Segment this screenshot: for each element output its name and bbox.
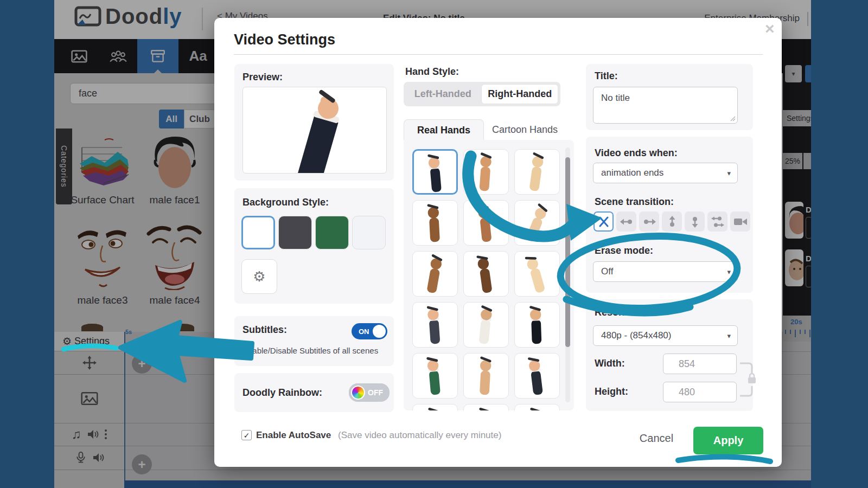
scene-transition-label: Scene transition: [595,196,674,208]
video-settings-modal: Video Settings × Preview: Background S [214,18,782,467]
background-style-panel: Background Style: ⚙ [234,188,394,304]
toggle-knob [373,325,386,338]
custom-background-button[interactable]: ⚙ [241,259,277,294]
autosave-checkbox[interactable]: ✓ [241,430,252,440]
resolution-label: Resolution: [595,307,648,318]
rainbow-panel: Doodly Rainbow: OFF [234,373,394,412]
hand-option-5[interactable] [463,200,509,246]
hand-option-14[interactable] [463,353,509,399]
height-input[interactable]: 480 [663,382,737,402]
hand-option-18[interactable] [514,404,560,410]
apply-button[interactable]: Apply [693,427,763,454]
check-icon: ✓ [244,431,250,440]
tab-real-hands[interactable]: Real Hands [404,119,484,140]
background-swatch-greenboard[interactable] [315,216,349,249]
height-label: Height: [595,386,628,397]
hand-option-9[interactable] [514,251,560,297]
playback-panel: Video ends when: animation ends▾ Scene t… [586,137,753,293]
transition-slide-right-button[interactable] [639,211,659,232]
hand-option-11[interactable] [463,302,509,348]
preview-label: Preview: [242,72,283,83]
slide-right-icon [642,216,656,228]
preview-panel: Preview: [234,64,394,181]
gear-icon: ⚙ [253,268,265,285]
window-left-border [0,0,54,488]
transition-slide-left-button[interactable] [616,211,636,232]
caret-down-icon: ▾ [727,332,731,340]
hand-grid [412,149,560,410]
video-ends-label: Video ends when: [595,147,678,159]
hand-option-3[interactable] [514,149,560,195]
erase-mode-label: Erase mode: [595,245,653,256]
video-ends-select[interactable]: animation ends▾ [593,163,738,183]
resize-handle-icon[interactable] [730,116,736,121]
hand-grid-panel [404,140,574,410]
resolution-panel: Resolution: 480p - (854x480)▾ Width: 854… [586,299,753,411]
window-right-border [811,0,868,488]
width-label: Width: [595,358,625,369]
title-label: Title: [595,70,618,82]
modal-title: Video Settings [234,31,335,48]
rainbow-label: Doodly Rainbow: [242,387,322,399]
cancel-button[interactable]: Cancel [629,432,684,445]
subtitles-toggle[interactable]: ON [352,323,387,339]
autosave-caption: (Save video automatically every minute) [338,430,501,441]
slide-down-icon [688,216,702,228]
handedness-switch: Left-Handed Right-Handed [404,82,560,106]
hand-option-17[interactable] [463,404,509,410]
title-divider [234,54,763,55]
hand-preview-image [242,87,387,174]
caret-down-icon: ▾ [727,268,731,276]
subtitles-label: Subtitles: [242,324,287,336]
slide-up-icon [665,216,679,228]
transition-swap-button[interactable] [707,211,727,232]
background-swatch-chalkboard[interactable] [278,216,312,249]
width-input[interactable]: 854 [663,354,737,374]
hand-option-10[interactable] [412,302,458,348]
resolution-select[interactable]: 480p - (854x480)▾ [593,325,738,346]
title-textarea[interactable]: No title [593,87,738,124]
rainbow-toggle[interactable]: OFF [349,383,390,402]
transition-slide-up-button[interactable] [662,211,682,232]
hand-option-4[interactable] [412,200,458,246]
transition-camera-button[interactable] [730,211,750,232]
video-camera-icon [733,216,748,228]
slide-left-icon [620,216,634,228]
background-swatch-glass[interactable] [352,216,386,249]
rainbow-wheel-icon [351,386,365,400]
hand-option-1[interactable] [412,149,458,195]
subtitles-caption: Enable/Disable Subtitles of all scenes [242,346,378,355]
close-icon[interactable]: × [765,21,775,37]
left-handed-option[interactable]: Left-Handed [404,82,482,106]
hand-grid-scrollbar[interactable] [565,157,570,347]
hand-style-label: Hand Style: [405,66,459,78]
hand-option-7[interactable] [412,251,458,297]
hand-option-16[interactable] [412,404,458,410]
right-handed-option[interactable]: Right-Handed [481,84,558,104]
hand-option-13[interactable] [412,353,458,399]
hand-option-15[interactable] [514,353,560,399]
subtitles-panel: Subtitles: ON Enable/Disable Subtitles o… [234,316,394,366]
background-swatch-white[interactable] [241,216,275,249]
hand-option-2[interactable] [463,149,509,195]
erase-mode-select[interactable]: Off▾ [593,261,738,282]
hand-option-8[interactable] [463,251,509,297]
autosave-label: Enable AutoSave [256,430,331,441]
hand-option-6[interactable] [514,200,560,246]
aspect-lock-icon[interactable] [739,356,756,403]
hand-option-12[interactable] [514,302,560,348]
doodly-app-window: Doodly < My Videos Edit Video: No title … [0,0,868,488]
transition-slide-down-button[interactable] [685,211,705,232]
background-style-label: Background Style: [242,197,329,208]
caret-down-icon: ▾ [727,169,731,177]
transition-none-button[interactable] [593,211,614,232]
swap-icon [711,216,725,228]
tab-cartoon-hands[interactable]: Cartoon Hands [486,119,564,140]
transition-none-icon [597,216,611,228]
title-panel: Title: No title [586,64,753,130]
